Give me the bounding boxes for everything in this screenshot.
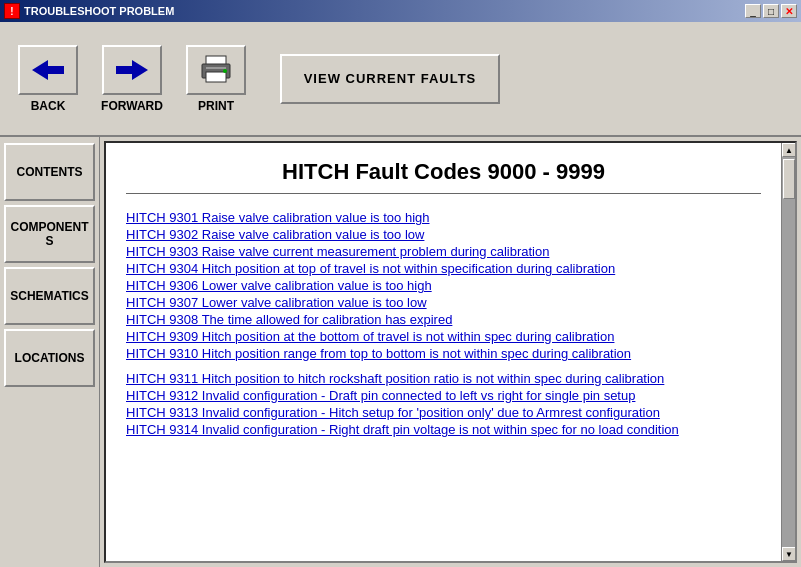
content-panel: HITCH Fault Codes 9000 - 9999 HITCH 9301… [104,141,797,563]
fault-link-9312[interactable]: HITCH 9312 Invalid configuration - Draft… [126,388,761,403]
fault-link-9301[interactable]: HITCH 9301 Raise valve calibration value… [126,210,761,225]
print-button[interactable] [186,45,246,95]
fault-link-9302[interactable]: HITCH 9302 Raise valve calibration value… [126,227,761,242]
scroll-thumb[interactable] [783,159,795,199]
fault-link-9309[interactable]: HITCH 9309 Hitch position at the bottom … [126,329,761,344]
fault-list: HITCH 9301 Raise valve calibration value… [126,210,761,361]
fault-link-9308[interactable]: HITCH 9308 The time allowed for calibrat… [126,312,761,327]
back-label: BACK [31,99,66,113]
scroll-track[interactable] [782,157,795,547]
toolbar: BACK FORWARD [0,22,801,137]
printer-icon [198,54,234,86]
app-icon: ! [4,3,20,19]
sidebar: CONTENTS COMPONENTS SCHEMATICS LOCATIONS [0,137,100,567]
forward-label: FORWARD [101,99,163,113]
sidebar-item-schematics[interactable]: SCHEMATICS [4,267,95,325]
minimize-button[interactable]: _ [745,4,761,18]
fault-link-9304[interactable]: HITCH 9304 Hitch position at top of trav… [126,261,761,276]
print-tool: PRINT [176,45,256,113]
fault-link-9314[interactable]: HITCH 9314 Invalid configuration - Right… [126,422,761,437]
scroll-down-button[interactable]: ▼ [782,547,796,561]
page-title: HITCH Fault Codes 9000 - 9999 [126,159,761,194]
print-label: PRINT [198,99,234,113]
sidebar-item-contents[interactable]: CONTENTS [4,143,95,201]
back-icon [28,56,68,84]
content-scroll-area[interactable]: HITCH Fault Codes 9000 - 9999 HITCH 9301… [106,143,781,561]
maximize-button[interactable]: □ [763,4,779,18]
fault-link-9307[interactable]: HITCH 9307 Lower valve calibration value… [126,295,761,310]
window-controls: _ □ ✕ [745,4,797,18]
fault-group-spaced: HITCH 9311 Hitch position to hitch rocks… [126,371,761,437]
back-button[interactable] [18,45,78,95]
forward-button[interactable] [102,45,162,95]
view-faults-label: VIEW CURRENT FAULTS [304,71,477,86]
window-title: TROUBLESHOOT PROBLEM [24,5,741,17]
fault-link-9313[interactable]: HITCH 9313 Invalid configuration - Hitch… [126,405,761,420]
fault-link-9311[interactable]: HITCH 9311 Hitch position to hitch rocks… [126,371,761,386]
svg-point-8 [223,69,227,73]
fault-link-9310[interactable]: HITCH 9310 Hitch position range from top… [126,346,761,361]
close-button[interactable]: ✕ [781,4,797,18]
sidebar-item-locations[interactable]: LOCATIONS [4,329,95,387]
forward-tool: FORWARD [92,45,172,113]
back-tool: BACK [8,45,88,113]
title-bar: ! TROUBLESHOOT PROBLEM _ □ ✕ [0,0,801,22]
view-faults-button[interactable]: VIEW CURRENT FAULTS [280,54,500,104]
fault-link-9306[interactable]: HITCH 9306 Lower valve calibration value… [126,278,761,293]
sidebar-item-components[interactable]: COMPONENTS [4,205,95,263]
svg-rect-9 [206,67,226,69]
svg-rect-7 [206,72,226,82]
scroll-up-button[interactable]: ▲ [782,143,796,157]
fault-link-9303[interactable]: HITCH 9303 Raise valve current measureme… [126,244,761,259]
scrollbar: ▲ ▼ [781,143,795,561]
main-area: CONTENTS COMPONENTS SCHEMATICS LOCATIONS… [0,137,801,567]
forward-icon [112,56,152,84]
